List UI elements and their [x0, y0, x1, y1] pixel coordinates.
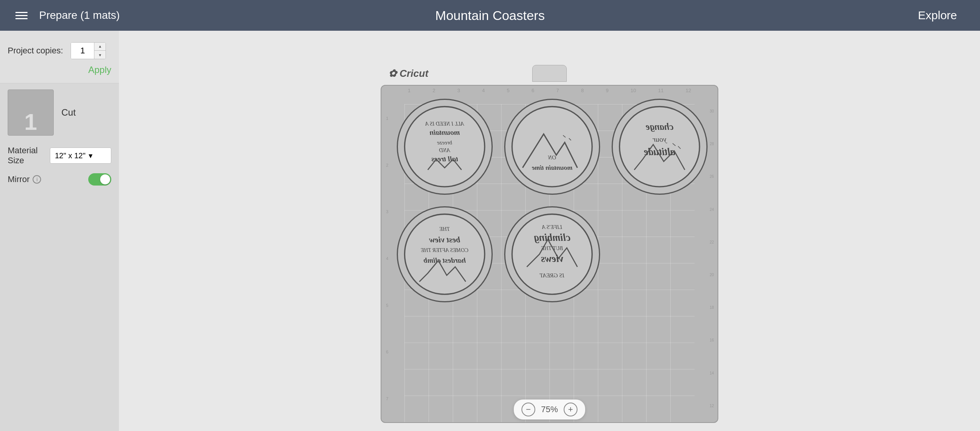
cricut-logo: ✿ Cricut — [388, 68, 428, 80]
page-title: Mountain Coasters — [435, 8, 544, 23]
mat-handle — [532, 65, 567, 82]
svg-point-6 — [512, 107, 592, 187]
prepare-label: Prepare (1 mats) — [39, 9, 120, 22]
mirror-label: Mirror i — [8, 174, 41, 184]
zoom-value: 75% — [540, 404, 559, 414]
mat-thumbnail-number: 1 — [24, 111, 37, 134]
material-size-chevron: ▾ — [89, 151, 92, 160]
ruler-left: 1 2 3 4 5 6 7 — [381, 95, 393, 422]
mirror-toggle[interactable] — [88, 173, 111, 186]
coaster-5-svg: LIFE'S A climbing BUT THE views IS GREAT — [510, 212, 594, 297]
coaster-3: change your altitude — [612, 99, 708, 195]
copies-arrows: ▲ ▼ — [94, 42, 106, 59]
coaster-4: THE best view COMES AFTER THE hardest cl… — [397, 206, 493, 302]
material-section: Material Size 12" x 12" ▾ — [0, 142, 119, 169]
svg-text:mountain: mountain — [429, 128, 460, 136]
zoom-out-button[interactable]: − — [521, 403, 535, 416]
svg-text:mountain time: mountain time — [532, 164, 572, 171]
coaster-1-svg: ALL I NEED IS A mountain breeze AND tall… — [403, 104, 487, 189]
svg-text:your: your — [653, 135, 668, 143]
svg-text:LIFE'S A: LIFE'S A — [542, 224, 563, 230]
copies-spinner[interactable]: 1 ▲ ▼ — [71, 42, 106, 59]
svg-text:ON: ON — [548, 154, 556, 161]
main-canvas-area: ✿ Cricut 123456789101112 1 2 3 4 5 6 7 — [119, 31, 980, 431]
svg-text:climbing: climbing — [534, 232, 570, 243]
zoom-in-button[interactable]: + — [564, 403, 577, 416]
mat-inner: ALL I NEED IS A mountain breeze AND tall… — [393, 95, 706, 422]
apply-button[interactable]: Apply — [88, 65, 111, 75]
svg-text:ALL I NEED IS A: ALL I NEED IS A — [425, 121, 464, 127]
copies-input[interactable]: 1 — [71, 43, 94, 59]
copies-up-button[interactable]: ▲ — [94, 42, 106, 51]
svg-text:THE: THE — [439, 226, 450, 232]
explore-button[interactable]: Explore — [918, 9, 957, 22]
cricut-mat-container: ✿ Cricut 123456789101112 1 2 3 4 5 6 7 — [381, 62, 718, 400]
svg-text:AND: AND — [439, 147, 450, 153]
svg-text:COMES AFTER THE: COMES AFTER THE — [421, 247, 469, 254]
coaster-1: ALL I NEED IS A mountain breeze AND tall… — [397, 99, 493, 195]
ruler-top: 123456789101112 — [393, 86, 706, 95]
svg-text:change: change — [646, 121, 674, 132]
left-panel: Project copies: 1 ▲ ▼ Apply 1 Cut Materi… — [0, 31, 119, 431]
svg-text:best view: best view — [429, 235, 460, 244]
svg-text:hardest climb: hardest climb — [424, 256, 466, 264]
material-size-select[interactable]: 12" x 12" ▾ — [50, 148, 111, 164]
coaster-2: ON mountain time — [504, 99, 600, 195]
svg-text:breeze: breeze — [437, 139, 452, 146]
menu-button[interactable] — [15, 12, 28, 19]
svg-point-0 — [405, 107, 485, 187]
mat-thumbnail[interactable]: 1 — [8, 90, 54, 136]
svg-text:views: views — [541, 253, 564, 264]
coaster-2-svg: ON mountain time — [510, 104, 594, 189]
copies-label: Project copies: — [8, 46, 63, 56]
coaster-4-svg: THE best view COMES AFTER THE hardest cl… — [403, 212, 487, 297]
svg-text:IS GREAT: IS GREAT — [539, 272, 565, 278]
coaster-5: LIFE'S A climbing BUT THE views IS GREAT — [504, 206, 600, 302]
material-size-label: Material Size — [8, 146, 44, 166]
cricut-mat: 123456789101112 1 2 3 4 5 6 7 30 28 26 2… — [381, 85, 718, 423]
mat-preview-section: 1 Cut — [0, 83, 119, 142]
mirror-section: Mirror i — [0, 169, 119, 189]
material-size-value: 12" x 12" — [55, 151, 86, 160]
zoom-controls: − 75% + — [514, 400, 585, 419]
mat-cut-label: Cut — [61, 107, 76, 118]
header: Prepare (1 mats) Mountain Coasters Explo… — [0, 0, 980, 31]
coaster-3-svg: change your altitude — [617, 104, 702, 189]
copies-section: Project copies: 1 ▲ ▼ Apply — [0, 31, 119, 83]
toggle-knob — [100, 174, 110, 184]
copies-down-button[interactable]: ▼ — [94, 51, 106, 59]
mirror-info-icon[interactable]: i — [33, 175, 41, 184]
ruler-right: 30 28 26 24 22 20 18 16 14 12 — [706, 95, 718, 422]
svg-text:tall trees: tall trees — [431, 154, 458, 163]
svg-text:BUT THE: BUT THE — [541, 245, 563, 251]
